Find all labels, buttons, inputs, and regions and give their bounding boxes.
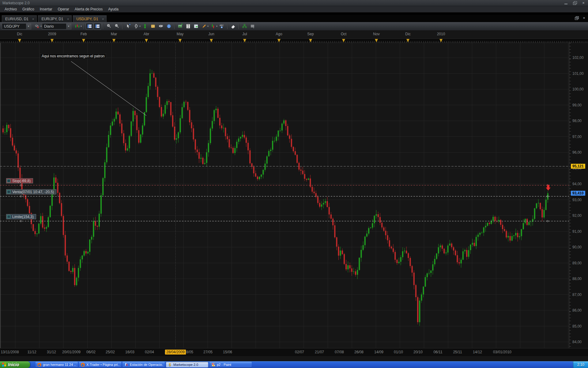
close-button[interactable]: × (581, 1, 586, 5)
month-marker-triangle-icon (243, 39, 246, 42)
tab-label: USD/JPY, D1 (76, 17, 98, 21)
link-icon (35, 24, 40, 29)
start-button[interactable]: Inicio (0, 361, 30, 368)
date-axis[interactable]: 13/11/200811/1231/1220/01/200906/0225/02… (0, 348, 588, 356)
venta-order-label[interactable]: Venta(07/01 10:47, -20,5) (6, 189, 56, 194)
menu-item-archivo[interactable]: Archivo (2, 6, 20, 13)
chevron-down-icon[interactable]: ▾ (40, 25, 42, 28)
date-tick-label: 13/11/2008 (1, 350, 19, 354)
price-axis[interactable]: 102,00101,00100,0099,0098,0097,0096,0095… (569, 43, 588, 348)
indicator-list-button[interactable] (192, 23, 200, 30)
cursor-add-button[interactable] (124, 23, 132, 30)
link-button[interactable] (33, 23, 41, 30)
minimize-button[interactable] (564, 1, 568, 5)
chart-annotation[interactable]: Aqui nos encontramos segun el patron (40, 53, 106, 59)
tab-close-icon[interactable]: × (98, 17, 104, 21)
order-label-text: Stop(-69,8) (12, 179, 31, 183)
abc-label-button[interactable]: ABC (218, 23, 225, 30)
tab-eur-usd[interactable]: EUR/USD, D1× (2, 15, 37, 22)
tab-close-icon[interactable]: × (63, 17, 69, 21)
chevron-down-icon[interactable]: ▾ (139, 25, 141, 28)
date-tick-label: 14/09 (374, 350, 383, 354)
chart-type-button[interactable] (74, 23, 81, 30)
tab-close-icon[interactable]: × (28, 17, 34, 21)
month-marker-triangle-icon (439, 39, 443, 42)
taskbar-button-x-trader-p-gina-pri-[interactable]: X-Trader • Página pri... (79, 362, 121, 367)
menu-item-operar[interactable]: Operar (55, 6, 72, 13)
taskbar-button-estaci-n-de-operacio-[interactable]: fxEstación de Operacio... (123, 362, 165, 367)
order-chip-icon (7, 179, 10, 182)
globe-icon (166, 24, 172, 29)
date-tick-label: 20/10 (413, 350, 423, 354)
mdi-close-button[interactable]: × (582, 16, 586, 20)
menu-item-alerta-de-precios[interactable]: Alerta de Precios (72, 6, 105, 13)
date-tick-label: 02/04 (145, 350, 154, 354)
month-label: Sep (307, 32, 314, 36)
taskbar-button-marketscope-2-0[interactable]: $Marketscope 2.0 (166, 362, 208, 367)
marker-button[interactable] (209, 23, 217, 30)
svg-text:AE: AE (97, 25, 100, 27)
add-image-button[interactable] (176, 23, 184, 30)
chevron-down-icon[interactable]: ▾ (66, 24, 71, 29)
month-label: Jul (242, 32, 247, 36)
hierarchy-icon (242, 24, 247, 29)
date-tick-label: 15/06 (223, 350, 232, 354)
marker-icon (210, 24, 216, 29)
note-icon (150, 24, 156, 29)
chevron-down-icon[interactable]: ▾ (81, 25, 82, 28)
chevron-down-icon[interactable]: ▾ (26, 24, 31, 29)
date-tick-label: 25/11 (453, 350, 462, 354)
month-marker-triangle-icon (375, 39, 378, 42)
order-chip-icon (7, 190, 10, 194)
paint-icon (211, 363, 215, 367)
note-button[interactable] (149, 23, 156, 30)
month-label: Oct (341, 32, 347, 36)
price-tick-label: 93,00 (572, 198, 582, 202)
chevron-down-icon[interactable]: ▾ (207, 25, 209, 28)
toolbar-separator (122, 24, 123, 29)
fit-vertical-button[interactable] (141, 23, 149, 30)
text-tool-button[interactable] (184, 23, 192, 30)
taskbar-button-gran-hermano-11-24-[interactable]: gran hermano 11 24 ... (36, 362, 78, 367)
period-combo[interactable]: Diario▾ (42, 23, 71, 29)
zoom-out-button[interactable] (113, 23, 120, 30)
title-bar: Marketscope 2.0 × (0, 0, 588, 6)
dollar-icon: $ (168, 363, 172, 367)
month-label: Dic (405, 32, 410, 36)
pencil-icon (202, 24, 207, 29)
date-tick-label: 25/02 (106, 350, 115, 354)
tab-eur-jpy[interactable]: EUR/JPY, D1× (38, 15, 72, 22)
price-tick-label: 89,00 (572, 261, 582, 265)
quote-panel-button[interactable]: EB (86, 23, 93, 30)
chevron-down-icon[interactable]: ▾ (216, 25, 217, 28)
toolbar-separator (227, 24, 228, 29)
month-label: May (177, 32, 184, 36)
taskbar-button-p2-paint[interactable]: p2 - Paint (209, 362, 252, 367)
autoscroll-eye-button[interactable] (157, 23, 164, 30)
price-tick-label: 88,00 (572, 277, 582, 281)
zoom-select-button[interactable] (132, 23, 140, 30)
tab-usd-jpy[interactable]: USD/JPY, D1× (73, 15, 107, 22)
date-tick-label: 16/03 (125, 350, 134, 354)
eraser-icon (231, 24, 236, 29)
pencil-button[interactable] (200, 23, 208, 30)
hierarchy-button[interactable] (241, 23, 248, 30)
candlestick-plot[interactable] (0, 43, 569, 348)
svg-text:EB: EB (89, 25, 92, 27)
zoom-in-button[interactable] (105, 23, 112, 30)
mdi-restore-button[interactable] (575, 16, 579, 20)
menu-item-ayuda[interactable]: Ayuda (105, 6, 121, 13)
stop-order-label[interactable]: Stop(-69,8) (6, 178, 33, 183)
menu-item-insertar[interactable]: Insertar (37, 6, 55, 13)
month-marker-triangle-icon (179, 39, 182, 42)
date-tick-label: 20/01/2009 (62, 350, 81, 354)
restore-button[interactable] (573, 1, 577, 5)
symbol-combo[interactable]: USD/JPY▾ (2, 23, 31, 29)
eraser-button[interactable] (229, 23, 237, 30)
limite-order-label[interactable]: Limite(154,3) (6, 214, 36, 219)
menu-item-gráfico[interactable]: Gráfico (20, 6, 37, 13)
globe-button[interactable] (165, 23, 172, 30)
overflow-menu-button[interactable] (249, 23, 256, 30)
rate-panel-button[interactable]: AE (94, 23, 101, 30)
fx-icon: fx (124, 363, 128, 367)
